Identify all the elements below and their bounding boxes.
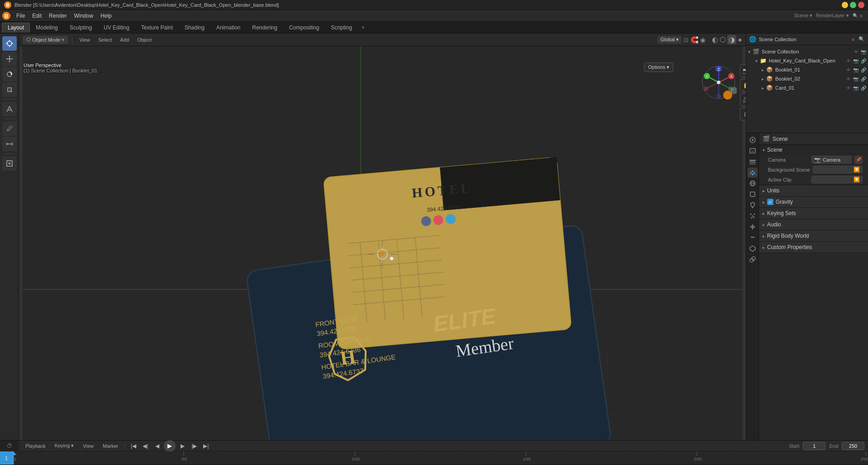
gravity-section-toggle[interactable]: ▸ ✓ Gravity [759, 197, 868, 207]
c01-link-icon[interactable]: 🔗 [861, 86, 866, 91]
b01-link-icon[interactable]: 🔗 [861, 67, 866, 72]
marker-menu[interactable]: Marker [100, 442, 121, 450]
add-menu[interactable]: Add [118, 36, 132, 43]
camera-value[interactable]: 📷 Camera [811, 156, 852, 163]
viewport-shading-rendered[interactable]: ● [738, 36, 742, 44]
rigid-body-section-toggle[interactable]: ▸ Rigid Body World [759, 230, 868, 241]
tab-material-properties[interactable] [748, 254, 758, 264]
view-hand-btn[interactable]: ✋ [740, 79, 746, 91]
annotate-tool[interactable] [2, 121, 17, 136]
visibility-icon[interactable]: 👁 [854, 49, 858, 54]
menu-help[interactable]: Help [97, 12, 115, 20]
menu-file[interactable]: File [13, 12, 29, 20]
play-fwd-btn[interactable]: ▶ [177, 441, 187, 451]
play-btn[interactable]: ▶ [164, 440, 176, 452]
audio-section-toggle[interactable]: ▸ Audio [759, 219, 868, 230]
tab-output-properties[interactable] [748, 146, 758, 156]
cursor-tool[interactable] [2, 36, 17, 51]
navigation-gizmo[interactable]: X Y Z [701, 64, 737, 101]
tab-modifier-properties[interactable] [748, 200, 758, 210]
menu-edit[interactable]: Edit [29, 12, 45, 20]
background-scene-value[interactable]: 🔽 [813, 166, 863, 173]
tab-physics-properties[interactable] [748, 222, 758, 232]
scale-tool[interactable] [2, 82, 17, 97]
tab-modeling[interactable]: Modeling [30, 23, 64, 33]
b01-visibility-icon[interactable]: 👁 [846, 67, 851, 72]
minimize-button[interactable] [842, 2, 848, 8]
gravity-checkbox[interactable]: ✓ [767, 199, 773, 205]
outliner-filter-btn[interactable]: ≡ [849, 36, 857, 43]
viewport[interactable]: ⬡ Object Mode ▾ View Select Add Object G… [19, 34, 746, 440]
pivot-btn[interactable]: ⊙ [683, 36, 689, 43]
tab-scene-properties[interactable] [748, 168, 758, 177]
jump-fwd-btn[interactable]: |▶ [189, 441, 199, 451]
transform-tool[interactable] [2, 102, 17, 116]
outliner-card-01[interactable]: ▸ 📦 Card_01 👁 📷 🔗 [746, 83, 868, 92]
renderlayer-selector[interactable]: RenderLayer ▾ [816, 13, 849, 19]
view-menu-tl[interactable]: View [80, 442, 96, 450]
add-object-tool[interactable] [2, 156, 17, 171]
playback-menu[interactable]: Playback [23, 442, 48, 450]
menu-window[interactable]: Window [70, 12, 97, 20]
object-menu[interactable]: Object [134, 36, 154, 43]
timeline-track[interactable]: 1 1 50 100 [0, 451, 868, 465]
tab-particles-properties[interactable] [748, 211, 758, 221]
start-frame-field[interactable]: 1 [803, 442, 825, 450]
outliner-search-btn[interactable]: 🔍 [858, 36, 865, 43]
camera-pin-btn[interactable]: 📌 [854, 156, 863, 164]
custom-properties-toggle[interactable]: ▸ Custom Properties [759, 242, 868, 253]
b02-visibility-icon[interactable]: 👁 [846, 77, 851, 81]
tab-constraints-properties[interactable] [748, 233, 758, 243]
rotate-tool[interactable] [2, 67, 17, 81]
tab-layout[interactable]: Layout [2, 23, 30, 33]
tab-texture-paint[interactable]: Texture Paint [135, 23, 179, 33]
view-menu[interactable]: View [76, 36, 93, 43]
outliner-hotel-key[interactable]: ▾ 📁 Hotel_Key_Card_Black_Open 👁 📷 🔗 [746, 56, 868, 65]
keying-menu[interactable]: Keying ▾ [52, 442, 77, 450]
outliner-booklet-02[interactable]: ▸ 📦 Booklet_02 👁 📷 🔗 [746, 74, 868, 83]
options-btn-label[interactable]: Options ▾ [644, 62, 673, 72]
tab-shading[interactable]: Shading [179, 23, 210, 33]
view-grid-btn[interactable]: ⊞ [740, 108, 746, 120]
jump-to-start-btn[interactable]: |◀ [129, 441, 138, 451]
move-tool[interactable] [2, 52, 17, 66]
proportional-btn[interactable]: ◉ [700, 36, 706, 43]
tab-compositing[interactable]: Compositing [283, 23, 325, 33]
hotel-link-icon[interactable]: 🔗 [861, 58, 866, 63]
jump-to-end-btn[interactable]: ▶| [201, 441, 211, 451]
window-controls[interactable] [842, 2, 864, 8]
viewport-canvas[interactable]: H FRONT DESK 394.424.6735 ROOM SERVICE 3… [19, 46, 746, 440]
tab-viewlayer-properties[interactable] [748, 157, 758, 167]
play-back-btn[interactable]: ◀ [152, 441, 162, 451]
b02-link-icon[interactable]: 🔗 [861, 77, 866, 81]
hotel-render-icon[interactable]: 📷 [853, 58, 858, 63]
measure-tool[interactable] [2, 137, 17, 151]
object-mode-dropdown[interactable]: ⬡ Object Mode ▾ [23, 36, 68, 44]
tab-data-properties[interactable] [748, 244, 758, 254]
tab-uv-editing[interactable]: UV Editing [98, 23, 135, 33]
viewport-options-button[interactable]: Options ▾ [644, 62, 673, 72]
maximize-button[interactable] [850, 2, 856, 8]
viewport-shading-material[interactable]: ◑ [727, 35, 736, 44]
c01-visibility-icon[interactable]: 👁 [846, 86, 851, 91]
outliner-booklet-01[interactable]: ▸ 📦 Booklet_01 👁 📷 🔗 [746, 65, 868, 74]
tab-scripting[interactable]: Scripting [325, 23, 358, 33]
close-button[interactable] [858, 2, 864, 8]
view-zoom-btn[interactable]: 🎥 [740, 93, 746, 106]
keying-sets-toggle[interactable]: ▸ Keying Sets [759, 208, 868, 219]
end-frame-field[interactable]: 250 [842, 442, 864, 450]
view-camera-btn[interactable]: 📷 [740, 64, 746, 77]
global-dropdown[interactable]: Global ▾ [658, 36, 682, 43]
current-frame-indicator[interactable]: 1 [0, 451, 13, 465]
render-icon[interactable]: 📷 [861, 49, 866, 54]
tab-rendering[interactable]: Rendering [246, 23, 283, 33]
b01-render-icon[interactable]: 📷 [853, 67, 858, 72]
snap-btn[interactable]: 🧲 [691, 36, 698, 43]
units-section-toggle[interactable]: ▸ Units [759, 185, 868, 196]
jump-back-btn[interactable]: ◀| [140, 441, 150, 451]
scene-selector[interactable]: Scene ▾ [794, 13, 812, 19]
hotel-visibility-icon[interactable]: 👁 [846, 58, 851, 63]
scene-subsection-toggle[interactable]: ▾ Scene [759, 145, 868, 155]
tab-world-properties[interactable] [748, 178, 758, 188]
active-clip-value[interactable]: 🔽 [811, 176, 863, 183]
